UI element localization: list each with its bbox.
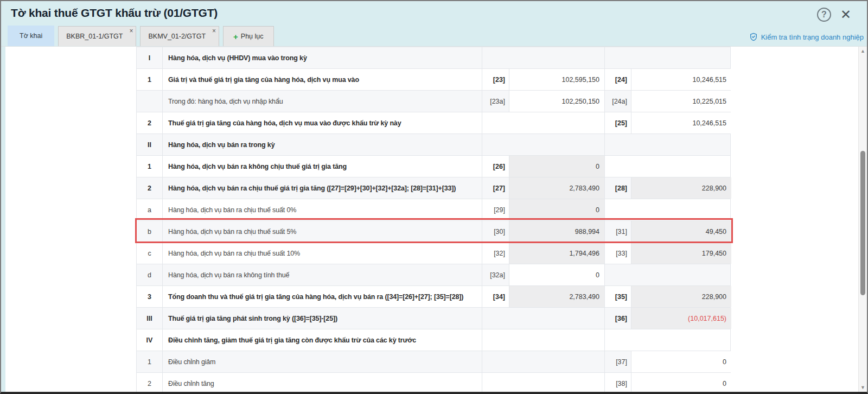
table-row: 1Giá trị và thuế giá trị gia tăng của hà… bbox=[137, 69, 730, 91]
row-label-cell: Trong đó: hàng hóa, dịch vụ nhập khẩu bbox=[162, 91, 482, 112]
empty-cell bbox=[482, 329, 604, 351]
table-row: Trong đó: hàng hóa, dịch vụ nhập khẩu[23… bbox=[137, 91, 730, 112]
row-index-cell: I bbox=[137, 47, 162, 68]
row-index-cell: 2 bbox=[137, 177, 162, 199]
scroll-down-arrow-icon[interactable]: ▼ bbox=[859, 384, 867, 391]
row-index-cell: IV bbox=[137, 329, 162, 351]
value-input[interactable]: 10,246,515 bbox=[631, 69, 731, 90]
table-row: cHàng hóa, dịch vụ bán ra chịu thuế suất… bbox=[137, 243, 730, 264]
table-row: aHàng hóa, dịch vụ bán ra chịu thuế suất… bbox=[137, 199, 730, 221]
table-row: IHàng hóa, dịch vụ (HHDV) mua vào trong … bbox=[137, 47, 730, 69]
cell-code-label: [25] bbox=[604, 112, 631, 134]
window-header: Tờ khai thuế GTGT khấu trừ (01/GTGT) ? ✕ bbox=[1, 1, 867, 25]
close-icon: ✕ bbox=[840, 7, 851, 22]
value-input[interactable]: 0 bbox=[509, 264, 604, 285]
row-index-cell: a bbox=[137, 199, 162, 220]
row-index-cell: 1 bbox=[137, 351, 162, 372]
value-input[interactable]: 0 bbox=[631, 373, 731, 394]
cell-code-label: [23] bbox=[482, 69, 509, 90]
left-gutter bbox=[1, 47, 5, 392]
row-label-cell: Hàng hóa, dịch vụ bán ra chịu thuế suất … bbox=[162, 221, 482, 242]
close-button[interactable]: ✕ bbox=[839, 8, 853, 22]
row-index-cell bbox=[137, 91, 162, 112]
row-label-cell: Giá trị và thuế giá trị gia tăng của hàn… bbox=[162, 69, 482, 90]
check-link-label: Kiểm tra tình trạng doanh nghiệp bbox=[761, 33, 864, 41]
row-label-cell: Hàng hóa, dịch vụ bán ra chịu thuế giá t… bbox=[162, 177, 482, 199]
vertical-scrollbar[interactable]: ▲ ▼ bbox=[858, 47, 867, 392]
cell-code-label: [23a] bbox=[482, 91, 509, 112]
value-input[interactable]: 10,225,015 bbox=[631, 91, 731, 112]
tab-close-icon[interactable]: × bbox=[212, 28, 216, 34]
row-label-cell: Hàng hóa, dịch vụ bán ra chịu thuế suất … bbox=[162, 199, 482, 220]
cell-code-label: [26] bbox=[482, 156, 509, 177]
row-label-cell: Thuế giá trị gia tăng phát sinh trong kỳ… bbox=[162, 308, 482, 329]
row-index-cell: d bbox=[137, 264, 162, 285]
value-readonly: 1,794,496 bbox=[509, 243, 604, 264]
tax-declaration-window: Tờ khai thuế GTGT khấu trừ (01/GTGT) ? ✕… bbox=[0, 0, 868, 394]
tab-label: Phụ lục bbox=[241, 33, 264, 40]
cell-code-label: [31] bbox=[604, 221, 631, 242]
value-readonly: 228,900 bbox=[631, 286, 731, 307]
help-icon: ? bbox=[821, 10, 827, 20]
form-content: IHàng hóa, dịch vụ (HHDV) mua vào trong … bbox=[1, 47, 867, 392]
cell-code-label: [28] bbox=[604, 177, 631, 199]
value-readonly: 988,994 bbox=[509, 221, 604, 242]
row-label-cell: Hàng hóa, dịch vụ (HHDV) mua vào trong k… bbox=[162, 47, 482, 68]
row-index-cell: II bbox=[137, 134, 162, 155]
value-input[interactable]: 102,595,150 bbox=[509, 69, 604, 90]
row-label-cell: Hàng hóa, dịch vụ bán ra trong kỳ bbox=[162, 134, 482, 155]
scroll-up-arrow-icon[interactable]: ▲ bbox=[859, 47, 867, 55]
tab-bkbr-01-1-gtgt[interactable]: BKBR_01-1/GTGT × bbox=[58, 26, 136, 46]
value-readonly: 228,900 bbox=[631, 177, 731, 199]
help-button[interactable]: ? bbox=[817, 8, 831, 22]
cell-code-label: [37] bbox=[604, 351, 631, 372]
page-title: Tờ khai thuế GTGT khấu trừ (01/GTGT) bbox=[11, 7, 218, 20]
row-label-cell: Hàng hóa, dịch vụ bán ra không tính thuế bbox=[162, 264, 482, 285]
table-row: 3Tổng doanh thu và thuế giá trị gia tăng… bbox=[137, 286, 730, 308]
value-input[interactable]: 0 bbox=[631, 351, 731, 372]
row-index-cell: 2 bbox=[137, 112, 162, 134]
row-label-cell: Điều chỉnh tăng bbox=[162, 373, 482, 394]
value-readonly: 179,450 bbox=[631, 243, 731, 264]
plus-icon: + bbox=[233, 32, 238, 41]
empty-cell bbox=[604, 329, 731, 351]
row-label-cell: Thuế giá trị gia tăng của hàng hóa, dịch… bbox=[162, 112, 482, 134]
cell-code-label: [34] bbox=[482, 286, 509, 307]
empty-cell bbox=[604, 264, 731, 285]
row-label-cell: Hàng hóa, dịch vụ bán ra chịu thuế suất … bbox=[162, 243, 482, 264]
empty-cell bbox=[482, 373, 604, 394]
cell-code-label: [29] bbox=[482, 199, 509, 220]
tab-close-icon[interactable]: × bbox=[129, 28, 133, 34]
cell-code-label: [27] bbox=[482, 177, 509, 199]
scrollbar-thumb[interactable] bbox=[860, 151, 865, 295]
value-readonly: 49,450 bbox=[631, 221, 731, 242]
cell-code-label: [24] bbox=[604, 69, 631, 90]
empty-cell bbox=[604, 134, 731, 155]
empty-cell bbox=[482, 134, 604, 155]
shield-check-icon bbox=[749, 33, 758, 41]
value-readonly: 2,783,490 bbox=[509, 177, 604, 199]
empty-cell bbox=[482, 112, 604, 134]
table-row: 2Hàng hóa, dịch vụ bán ra chịu thuế giá … bbox=[137, 177, 730, 199]
value-input[interactable]: 10,246,515 bbox=[631, 112, 731, 134]
row-label-cell: Hàng hóa, dịch vụ bán ra không chịu thuế… bbox=[162, 156, 482, 177]
row-label-cell: Tổng doanh thu và thuế giá trị gia tăng … bbox=[162, 286, 482, 307]
empty-cell bbox=[604, 199, 731, 220]
empty-cell bbox=[482, 351, 604, 372]
empty-cell bbox=[604, 156, 731, 177]
table-row: 2Thuế giá trị gia tăng của hàng hóa, dịc… bbox=[137, 112, 730, 134]
check-business-status-link[interactable]: Kiểm tra tình trạng doanh nghiệp bbox=[749, 33, 864, 41]
row-index-cell: 1 bbox=[137, 156, 162, 177]
tab-bkmv-01-2-gtgt[interactable]: BKMV_01-2/GTGT × bbox=[140, 26, 219, 46]
table-row: 1Điều chỉnh giảm[37]0 bbox=[137, 351, 730, 373]
add-appendix-tab[interactable]: + Phụ lục bbox=[223, 26, 273, 46]
tab-to-khai[interactable]: Tờ khai bbox=[8, 26, 54, 46]
cell-code-label: [32] bbox=[482, 243, 509, 264]
cell-code-label: [36] bbox=[604, 308, 631, 329]
table-row: IIHàng hóa, dịch vụ bán ra trong kỳ bbox=[137, 134, 730, 156]
empty-cell bbox=[604, 47, 731, 68]
cell-code-label: [38] bbox=[604, 373, 631, 394]
value-input[interactable]: 102,250,150 bbox=[509, 91, 604, 112]
cell-code-label: [32a] bbox=[482, 264, 509, 285]
row-index-cell: 1 bbox=[137, 69, 162, 90]
